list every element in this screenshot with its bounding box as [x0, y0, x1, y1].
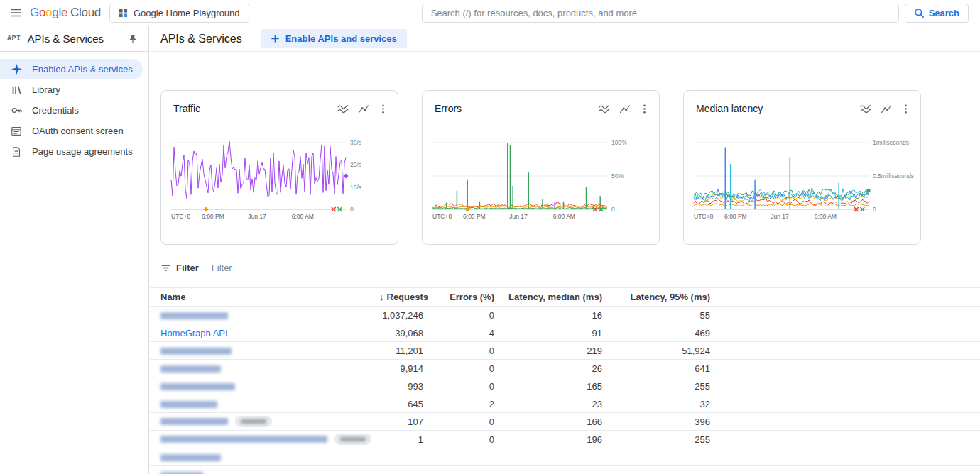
cell-latency-median: 26 [500, 360, 608, 377]
sidebar: API APIs & Services Enabled APIs & servi… [0, 26, 149, 474]
cell-latency-95 [608, 448, 716, 466]
project-selector[interactable]: Google Home Playground [109, 4, 249, 23]
pin-button[interactable] [126, 32, 140, 46]
svg-text:0: 0 [350, 206, 354, 213]
cell-errors [429, 448, 500, 466]
cell-latency-95: 51,924 [608, 342, 716, 360]
cell-latency-95: 32 [608, 395, 716, 413]
sidebar-item-label: Library [32, 84, 60, 95]
more-options-icon[interactable] [636, 101, 653, 116]
apis-services-icon: API [7, 35, 21, 43]
scatter-chart-icon[interactable] [876, 100, 896, 117]
stacked-line-chart-icon[interactable] [333, 100, 353, 117]
more-options-icon[interactable] [897, 101, 915, 116]
table-row [150, 448, 980, 466]
median-latency-chart: 1milliseconds0.5milliseconds0UTC+86:00 P… [684, 126, 920, 233]
svg-text:0: 0 [873, 206, 876, 213]
sidebar-item-label: Credentials [32, 105, 79, 116]
header-latency-median[interactable]: Latency, median (ms) [500, 288, 608, 307]
cell-latency-95: 255 [608, 431, 716, 448]
cell-errors: 0 [429, 360, 500, 377]
cell-latency-95: 641 [608, 360, 716, 377]
enabled-apis-icon [10, 63, 23, 76]
svg-text:100%: 100% [611, 139, 627, 146]
cell-requests: 1,037,246 [374, 307, 429, 324]
sidebar-item-credentials[interactable]: Credentials [0, 100, 148, 121]
menu-button[interactable] [6, 2, 27, 23]
traffic-card: Traffic 30/s20/s10/s0UTC+86:00 PMJun 176… [160, 90, 398, 245]
main-header: APIs & Services Enable APIs and services [150, 26, 980, 52]
search-button-label: Search [929, 8, 959, 18]
svg-text:6:00 PM: 6:00 PM [463, 213, 486, 220]
pin-icon [128, 34, 138, 44]
table-row: 10196255 [150, 431, 980, 448]
cell-filler [716, 466, 980, 474]
cell-latency-95: 469 [608, 324, 716, 342]
redacted-api-name[interactable] [160, 365, 221, 373]
sidebar-item-library[interactable]: Library [0, 79, 148, 100]
svg-text:UTC+8: UTC+8 [171, 213, 190, 220]
cell-requests: 9,914 [374, 360, 429, 377]
redacted-api-name[interactable] [160, 454, 221, 461]
redacted-api-name[interactable] [160, 348, 232, 355]
status-badge [235, 416, 272, 427]
cell-latency-median [500, 466, 608, 474]
redacted-api-name[interactable] [160, 401, 217, 408]
sidebar-item-oauth-consent[interactable]: OAuth consent screen [0, 121, 148, 141]
svg-text:Jun 17: Jun 17 [771, 213, 789, 220]
search-input[interactable] [422, 4, 899, 23]
logo-google-text: Google [30, 6, 67, 20]
search-button[interactable]: Search [905, 4, 969, 23]
redacted-api-name[interactable] [160, 436, 327, 443]
svg-text:Jun 17: Jun 17 [248, 213, 266, 220]
scatter-chart-icon[interactable] [615, 100, 635, 117]
cell-latency-median: 23 [500, 395, 608, 413]
api-link[interactable]: HomeGraph API [160, 328, 228, 338]
redacted-api-name[interactable] [160, 312, 228, 319]
cell-latency-95: 255 [608, 377, 716, 395]
header-requests[interactable]: ↓Requests [374, 288, 429, 307]
svg-text:0.5milliseconds: 0.5milliseconds [873, 172, 914, 180]
median-latency-card: Median latency 1milliseconds0.5milliseco… [683, 90, 921, 245]
api-table-body: 1,037,24601655HomeGraph API39,0684914691… [150, 307, 980, 474]
filter-bar: Filter [160, 260, 980, 275]
sidebar-item-page-usage[interactable]: Page usage agreements [0, 141, 148, 162]
search-area: Search [422, 4, 969, 23]
header-errors[interactable]: Errors (%) [429, 288, 500, 307]
cell-requests: 39,068 [374, 324, 429, 342]
stacked-line-chart-icon[interactable] [594, 100, 614, 117]
app-window: Google Cloud Google Home Playground Sear… [0, 0, 980, 474]
google-cloud-logo[interactable]: Google Cloud [30, 6, 101, 20]
cell-errors: 0 [429, 431, 500, 448]
enable-apis-button[interactable]: Enable APIs and services [261, 29, 407, 48]
cell-requests: 11,201 [374, 342, 429, 360]
redacted-api-name[interactable] [160, 383, 235, 390]
library-icon [10, 84, 23, 97]
svg-text:6:00 PM: 6:00 PM [202, 213, 224, 220]
chart-cards: Traffic 30/s20/s10/s0UTC+86:00 PMJun 176… [160, 90, 980, 245]
sidebar-nav: Enabled APIs & services Library Credenti… [0, 52, 148, 162]
sidebar-item-enabled-apis[interactable]: Enabled APIs & services [0, 59, 143, 79]
sort-desc-icon: ↓ [379, 292, 384, 302]
cell-requests [374, 466, 429, 474]
more-options-icon[interactable] [374, 101, 392, 116]
table-row: 11,201021951,924 [150, 342, 980, 360]
filter-icon [160, 263, 171, 273]
cell-errors: 2 [429, 395, 500, 413]
filter-label: Filter [176, 263, 199, 273]
stacked-line-chart-icon[interactable] [856, 100, 876, 117]
scatter-chart-icon[interactable] [354, 100, 374, 117]
header-name[interactable]: Name [150, 288, 374, 307]
svg-text:UTC+8: UTC+8 [432, 213, 452, 220]
hamburger-icon [10, 6, 23, 19]
svg-text:1milliseconds: 1milliseconds [873, 139, 909, 146]
cell-errors: 0 [429, 307, 500, 324]
traffic-chart: 30/s20/s10/s0UTC+86:00 PMJun 176:00 AM [161, 126, 398, 233]
table-row: 9930165255 [150, 377, 980, 395]
filter-button[interactable]: Filter [160, 263, 199, 273]
cell-filler [716, 395, 980, 413]
header-latency-95[interactable]: Latency, 95% (ms) [608, 288, 716, 307]
filter-input[interactable] [212, 263, 439, 273]
main-content: APIs & Services Enable APIs and services… [150, 26, 980, 474]
redacted-api-name[interactable] [160, 418, 228, 425]
